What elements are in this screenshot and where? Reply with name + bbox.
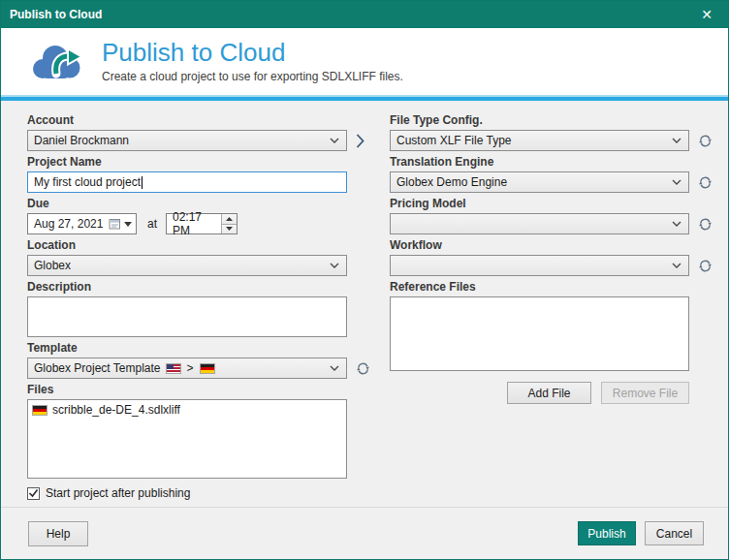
- file-list-item[interactable]: scribble_de-DE_4.sdlxliff: [30, 402, 344, 418]
- chevron-down-icon: [330, 365, 339, 371]
- template-select[interactable]: Globex Project Template >: [27, 358, 347, 379]
- page-subtitle: Create a cloud project to use for export…: [102, 70, 403, 83]
- due-date-value: Aug 27, 2021: [34, 217, 103, 231]
- dropdown-arrow-icon: [124, 222, 132, 227]
- reference-files-field: Reference Files: [390, 280, 713, 371]
- dialog-body: Account Daniel Brockmann Project Name: [1, 101, 728, 500]
- reference-files-label: Reference Files: [390, 280, 713, 294]
- refresh-icon[interactable]: [698, 175, 713, 190]
- page-title: Publish to Cloud: [102, 40, 403, 66]
- refresh-icon[interactable]: [698, 217, 713, 232]
- titlebar: Publish to Cloud ✕: [1, 1, 728, 28]
- remove-file-button[interactable]: Remove File: [601, 382, 689, 404]
- account-select[interactable]: Daniel Brockmann: [27, 130, 347, 151]
- chevron-down-icon: [330, 138, 339, 143]
- translation-engine-value: Globex Demo Engine: [396, 175, 507, 189]
- file-type-config-value: Custom XLF File Type: [396, 134, 512, 147]
- project-name-value: My first cloud project: [34, 175, 141, 189]
- due-time-spinner[interactable]: 02:17 PM: [166, 213, 238, 234]
- file-name: scribble_de-DE_4.sdlxliff: [52, 403, 180, 417]
- workflow-label: Workflow: [390, 238, 713, 252]
- reference-files-actions: Add File Remove File: [390, 382, 689, 404]
- left-column: Account Daniel Brockmann Project Name: [27, 113, 347, 500]
- language-pair-separator: >: [187, 361, 194, 375]
- pricing-model-label: Pricing Model: [390, 197, 713, 210]
- file-type-config-label: File Type Config.: [390, 113, 713, 127]
- pricing-model-select[interactable]: [390, 213, 689, 234]
- description-field: Description: [27, 280, 347, 337]
- publish-to-cloud-dialog: Publish to Cloud ✕ Publish to Cloud Crea…: [0, 0, 729, 560]
- add-file-button[interactable]: Add File: [507, 382, 591, 404]
- workflow-field: Workflow: [390, 238, 713, 276]
- files-label: Files: [27, 383, 347, 396]
- de-flag-icon: [200, 363, 215, 374]
- de-flag-icon: [32, 405, 48, 416]
- close-icon[interactable]: ✕: [685, 1, 728, 28]
- cloud-publish-icon: [30, 42, 86, 82]
- due-at-label: at: [147, 217, 157, 231]
- due-label: Due: [27, 197, 347, 210]
- right-column: File Type Config. Custom XLF File Type: [390, 113, 713, 500]
- reference-files-list[interactable]: [390, 296, 689, 371]
- due-date-picker[interactable]: Aug 27, 2021: [27, 213, 137, 234]
- dialog-header: Publish to Cloud Create a cloud project …: [1, 28, 728, 95]
- publish-button[interactable]: Publish: [578, 521, 636, 545]
- location-value: Globex: [34, 259, 71, 272]
- description-textarea[interactable]: [27, 296, 347, 337]
- due-field: Due Aug 27, 2021 at: [27, 197, 347, 234]
- file-type-config-field: File Type Config. Custom XLF File Type: [390, 113, 713, 151]
- us-flag-icon: [166, 363, 181, 374]
- translation-engine-field: Translation Engine Globex Demo Engine: [390, 155, 713, 193]
- description-label: Description: [27, 280, 347, 294]
- files-field: Files scribble_de-DE_4.sdlxliff: [27, 383, 347, 479]
- start-project-checkbox[interactable]: Start project after publishing: [27, 486, 347, 500]
- pricing-model-field: Pricing Model: [390, 197, 713, 234]
- dialog-footer: Help Publish Cancel: [1, 507, 728, 559]
- project-name-field: Project Name My first cloud project: [27, 155, 347, 193]
- location-label: Location: [27, 238, 347, 252]
- spin-up-icon[interactable]: [222, 214, 237, 225]
- account-field: Account Daniel Brockmann: [27, 113, 347, 151]
- text-caret: [142, 176, 143, 189]
- chevron-down-icon: [672, 263, 681, 268]
- start-project-label: Start project after publishing: [46, 486, 190, 500]
- chevron-down-icon: [330, 263, 339, 268]
- help-button[interactable]: Help: [28, 521, 88, 546]
- project-name-label: Project Name: [27, 155, 347, 169]
- refresh-icon[interactable]: [698, 259, 713, 273]
- file-type-config-select[interactable]: Custom XLF File Type: [390, 130, 689, 151]
- chevron-down-icon: [672, 221, 681, 227]
- refresh-icon[interactable]: [356, 361, 370, 376]
- chevron-down-icon: [672, 179, 681, 185]
- template-field: Template Globex Project Template >: [27, 341, 347, 379]
- translation-engine-label: Translation Engine: [390, 155, 713, 169]
- template-value: Globex Project Template: [34, 361, 161, 375]
- workflow-select[interactable]: [390, 255, 689, 276]
- calendar-icon: [109, 218, 121, 230]
- location-field: Location Globex: [27, 238, 347, 276]
- files-list[interactable]: scribble_de-DE_4.sdlxliff: [27, 399, 347, 479]
- window-title: Publish to Cloud: [1, 8, 102, 21]
- account-label: Account: [27, 113, 347, 127]
- account-value: Daniel Brockmann: [34, 134, 129, 147]
- location-select[interactable]: Globex: [27, 255, 347, 276]
- translation-engine-select[interactable]: Globex Demo Engine: [390, 171, 689, 193]
- checkbox-checked-icon: [27, 487, 40, 500]
- account-details-arrow-icon[interactable]: [355, 133, 365, 149]
- template-label: Template: [27, 341, 347, 355]
- chevron-down-icon: [672, 138, 681, 143]
- cancel-button[interactable]: Cancel: [645, 521, 704, 545]
- due-time-value: 02:17 PM: [173, 210, 221, 237]
- project-name-input[interactable]: My first cloud project: [27, 171, 347, 193]
- spin-down-icon[interactable]: [222, 225, 237, 234]
- refresh-icon[interactable]: [698, 134, 713, 148]
